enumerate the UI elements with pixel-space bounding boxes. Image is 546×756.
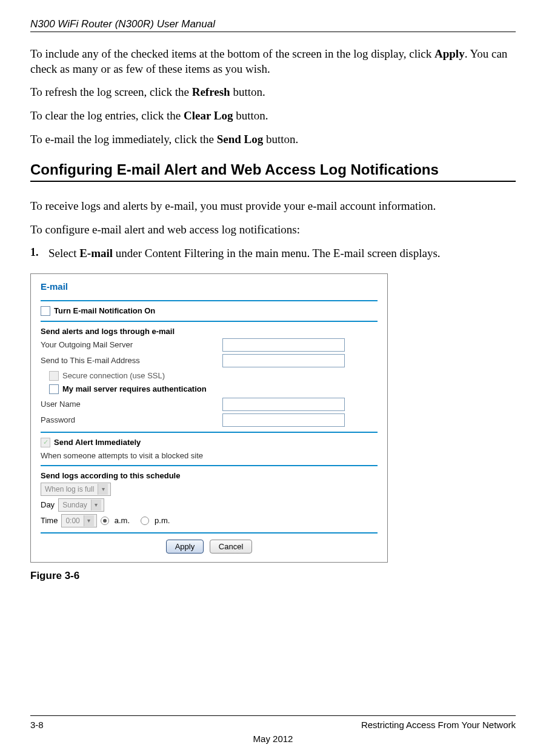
checkbox-auth-row[interactable]: My mail server requires authentication	[49, 384, 378, 394]
apply-button[interactable]: Apply	[166, 540, 204, 554]
paragraph-sendlog: To e-mail the log immediately, click the…	[30, 132, 516, 147]
select-value: When log is full	[45, 485, 94, 493]
cancel-button[interactable]: Cancel	[210, 540, 252, 554]
day-label: Day	[41, 500, 55, 509]
chevron-down-icon: ▾	[98, 484, 108, 495]
password-label: Password	[41, 415, 222, 424]
paragraph-apply: To include any of the checked items at t…	[30, 47, 516, 76]
password-input[interactable]	[222, 413, 345, 427]
divider	[41, 300, 378, 301]
section-title: Configuring E-mail Alert and Web Access …	[30, 161, 516, 178]
bold-clearlog: Clear Log	[184, 109, 233, 122]
chevron-down-icon: ▾	[84, 515, 94, 526]
chevron-down-icon: ▾	[91, 500, 101, 510]
checkbox-icon[interactable]	[49, 384, 59, 394]
divider	[41, 321, 378, 322]
checkbox-turn-on-row[interactable]: Turn E-mail Notification On	[41, 306, 378, 316]
checkbox-alert-immediate-row[interactable]: ✓ Send Alert Immediately	[41, 438, 378, 447]
send-alerts-heading: Send alerts and logs through e-mail	[41, 327, 378, 336]
checkbox-label: Secure connection (use SSL)	[62, 371, 165, 380]
bold-sendlog: Send Log	[217, 133, 264, 146]
password-row: Password	[41, 413, 378, 427]
time-row: Time 0:00 ▾ a.m. p.m.	[41, 514, 378, 527]
checkbox-icon[interactable]: ✓	[41, 438, 50, 447]
button-row: Apply Cancel	[41, 540, 378, 554]
sendto-row: Send to This E-mail Address	[41, 354, 378, 367]
divider	[41, 432, 378, 433]
time-label: Time	[41, 516, 58, 525]
outgoing-server-label: Your Outgoing Mail Server	[41, 340, 222, 349]
checkbox-ssl-row[interactable]: Secure connection (use SSL)	[49, 371, 378, 381]
sendto-input[interactable]	[222, 354, 345, 367]
checkbox-icon[interactable]	[49, 371, 59, 381]
outgoing-server-input[interactable]	[222, 338, 345, 352]
day-row: Day Sunday ▾	[41, 498, 378, 512]
schedule-select-row: When log is full ▾	[41, 483, 378, 496]
checkbox-label: Send Alert Immediately	[54, 438, 141, 447]
text: Select	[48, 247, 79, 259]
time-select[interactable]: 0:00 ▾	[61, 514, 96, 527]
schedule-select[interactable]: When log is full ▾	[41, 483, 111, 496]
text: under Content Filtering in the main menu…	[113, 247, 441, 259]
username-input[interactable]	[222, 398, 345, 411]
section-rule	[30, 181, 516, 182]
text: button.	[233, 109, 268, 122]
schedule-heading: Send logs according to this schedule	[41, 471, 378, 480]
radio-am[interactable]	[101, 517, 109, 525]
outgoing-server-row: Your Outgoing Mail Server	[41, 338, 378, 352]
pm-label: p.m.	[155, 516, 170, 525]
checkbox-label: Turn E-mail Notification On	[54, 306, 155, 315]
checkbox-icon[interactable]	[41, 306, 50, 316]
text: To refresh the log screen, click the	[30, 85, 192, 98]
text: To clear the log entries, click the	[30, 109, 184, 122]
paragraph-refresh: To refresh the log screen, click the Ref…	[30, 85, 516, 100]
alert-when-text: When someone attempts to visit a blocked…	[41, 451, 378, 460]
paragraph-configure: To configure e-mail alert and web access…	[30, 222, 516, 238]
step-number: 1.	[30, 246, 48, 261]
running-header: N300 WiFi Router (N300R) User Manual	[30, 18, 516, 30]
divider	[41, 465, 378, 466]
divider	[41, 532, 378, 534]
router-email-screenshot: E-mail Turn E-mail Notification On Send …	[30, 273, 388, 563]
footer-rule	[30, 715, 516, 716]
sendto-label: Send to This E-mail Address	[41, 356, 222, 365]
footer-date: May 2012	[30, 734, 516, 744]
select-value: 0:00	[65, 517, 79, 525]
day-select[interactable]: Sunday ▾	[58, 498, 104, 512]
step-1: 1. Select E-mail under Content Filtering…	[30, 246, 516, 261]
page-number: 3-8	[30, 720, 44, 730]
bold-apply: Apply	[434, 47, 465, 60]
username-label: User Name	[41, 400, 222, 409]
radio-pm[interactable]	[141, 517, 149, 525]
checkbox-label: My mail server requires authentication	[62, 384, 207, 393]
paragraph-clearlog: To clear the log entries, click the Clea…	[30, 109, 516, 124]
radio-dot-icon	[103, 519, 107, 523]
am-label: a.m.	[115, 516, 130, 525]
bold-refresh: Refresh	[192, 85, 230, 98]
text: button.	[263, 133, 298, 146]
chapter-title: Restricting Access From Your Network	[361, 720, 516, 730]
figure-caption: Figure 3-6	[30, 570, 516, 582]
select-value: Sunday	[62, 501, 87, 509]
text: To include any of the checked items at t…	[30, 47, 434, 60]
step-text: Select E-mail under Content Filtering in…	[48, 246, 516, 261]
paragraph-intro: To receive logs and alerts by e-mail, yo…	[30, 199, 516, 214]
username-row: User Name	[41, 398, 378, 411]
text: To e-mail the log immediately, click the	[30, 133, 217, 146]
router-page-title: E-mail	[41, 281, 378, 292]
bold-email: E-mail	[79, 247, 113, 259]
page-footer: 3-8 Restricting Access From Your Network…	[30, 715, 516, 744]
text: button.	[230, 85, 265, 98]
header-rule	[30, 32, 516, 32]
